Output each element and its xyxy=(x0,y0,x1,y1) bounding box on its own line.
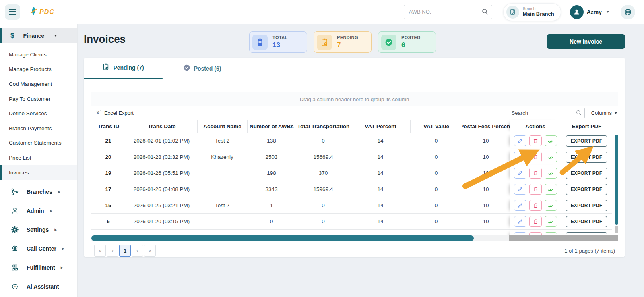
sidebar-item-fulfillment[interactable]: Fulfillment ▸ xyxy=(0,258,77,277)
pager-buttons: « ‹ 1 › » xyxy=(94,245,156,257)
export-pdf-button[interactable]: EXPORT PDF xyxy=(566,168,607,179)
cell-postal-fees-percent: 10 xyxy=(462,181,510,197)
delete-button[interactable] xyxy=(529,135,542,146)
sidebar-item-admin[interactable]: Admin ▸ xyxy=(0,201,77,220)
cell-number-of-awbs: 138 xyxy=(247,133,296,149)
tab-pending[interactable]: Pending (7) xyxy=(84,58,163,79)
column-header-total-transportation[interactable]: Total Transportation xyxy=(296,120,351,133)
column-header-export-pdf[interactable]: Export PDF xyxy=(561,120,612,133)
excel-export-button[interactable]: X Excel Export xyxy=(95,110,134,116)
sidebar-item-branch-payments[interactable]: Branch Payments xyxy=(0,121,77,136)
edit-button[interactable] xyxy=(514,216,526,227)
sidebar-item-call-center[interactable]: Call Center ▸ xyxy=(0,239,77,258)
column-header-vat-value[interactable]: VAT Value xyxy=(410,120,462,133)
edit-button[interactable] xyxy=(514,200,526,211)
tab-posted[interactable]: Posted (6) xyxy=(163,58,242,79)
cell-number-of-awbs: 0 xyxy=(247,214,296,230)
edit-button[interactable] xyxy=(514,152,526,162)
vertical-scrollbar[interactable] xyxy=(615,134,618,235)
page-1-button[interactable]: 1 xyxy=(119,245,131,257)
sidebar-item-customer-statements[interactable]: Customer Statements xyxy=(0,136,77,151)
cell-trans-date: 2026-01-25 (03:21 PM) xyxy=(126,197,197,214)
sidebar-item-price-list[interactable]: Price List xyxy=(0,150,77,165)
delete-button[interactable] xyxy=(529,216,542,227)
approve-button[interactable] xyxy=(545,135,557,146)
table-row[interactable]: 21 2026-02-01 (01:02 PM) Test 2 138 0 14… xyxy=(91,133,618,149)
hamburger-menu-button[interactable] xyxy=(5,4,20,20)
column-header-number-of-awbs[interactable]: Number of AWBs xyxy=(247,120,296,133)
sidebar-item-manage-products[interactable]: Manage Products xyxy=(0,62,77,77)
horizontal-scrollbar-thumb[interactable] xyxy=(91,235,474,241)
approve-button[interactable] xyxy=(545,200,557,211)
export-pdf-button[interactable]: EXPORT PDF xyxy=(566,200,607,211)
new-invoice-button[interactable]: New Invoice xyxy=(547,34,625,49)
edit-button[interactable] xyxy=(514,184,526,195)
edit-button[interactable] xyxy=(514,168,526,179)
sidebar-item-invoices[interactable]: Invoices xyxy=(0,165,77,180)
delete-button[interactable] xyxy=(529,184,542,195)
delete-button[interactable] xyxy=(529,168,542,179)
approve-button[interactable] xyxy=(545,184,557,195)
table-row[interactable]: 15 2026-01-25 (03:21 PM) Test 2 1 0 14 0… xyxy=(91,197,618,214)
cell-vat-value: 0 xyxy=(410,197,462,214)
table-search-input[interactable] xyxy=(508,108,585,118)
approve-button[interactable] xyxy=(545,232,557,235)
last-page-button[interactable]: » xyxy=(144,245,156,257)
invoices-card: Pending (7) Posted (6) Drag a column hea… xyxy=(84,58,625,257)
logo-text: PDC xyxy=(39,8,54,16)
sidebar-item-branches[interactable]: Branches ▸ xyxy=(0,182,77,201)
approve-button[interactable] xyxy=(545,168,557,179)
sidebar-item-pay-to-customer[interactable]: Pay To Customer xyxy=(0,91,77,106)
export-pdf-button[interactable]: EXPORT PDF xyxy=(566,184,607,195)
language-globe-button[interactable] xyxy=(621,5,635,19)
approve-button[interactable] xyxy=(545,152,557,162)
stat-card-total[interactable]: TOTAL 13 xyxy=(249,31,307,53)
column-header-account-name[interactable]: Account Name xyxy=(197,120,247,133)
edit-button[interactable] xyxy=(514,135,526,146)
export-pdf-button[interactable]: EXPORT PDF xyxy=(566,152,607,163)
column-header-actions[interactable]: Actions xyxy=(510,120,561,133)
table-row[interactable]: 20 2026-01-28 (02:32 PM) Khazenly 2503 1… xyxy=(91,149,618,165)
export-pdf-button[interactable]: EXPORT PDF xyxy=(566,232,607,235)
sidebar-item-ai-assistant[interactable]: AI Ai Assistant xyxy=(0,277,77,296)
edit-button[interactable] xyxy=(514,232,526,235)
column-header-postal-fees-percent[interactable]: Postal Fees Percent xyxy=(462,120,510,133)
next-page-button[interactable]: › xyxy=(132,245,143,257)
column-header-trans-date[interactable]: Trans Date xyxy=(126,120,197,133)
first-page-button[interactable]: « xyxy=(94,245,106,257)
cell-actions xyxy=(510,165,561,181)
vertical-scrollbar-thumb[interactable] xyxy=(615,135,618,225)
building-icon xyxy=(506,6,519,19)
sidebar-item-manage-clients[interactable]: Manage Clients xyxy=(0,47,77,62)
sidebar-item-define-services[interactable]: Define Services xyxy=(0,106,77,121)
cell-total-transportation: 370 xyxy=(296,165,351,181)
sidebar-item-settings[interactable]: Settings ▸ xyxy=(0,220,77,239)
delete-button[interactable] xyxy=(529,152,542,162)
topbar-right: Branch Main Branch Azmy xyxy=(404,3,644,21)
delete-button[interactable] xyxy=(529,232,542,235)
approve-button[interactable] xyxy=(545,216,557,227)
group-drop-zone[interactable]: Drag a column header here to group its c… xyxy=(91,92,618,106)
user-menu[interactable]: Azmy xyxy=(570,5,609,19)
table-row[interactable]: 19 2026-01-26 (05:51 PM) 198 370 14 0 10… xyxy=(91,165,618,181)
columns-chooser-button[interactable]: Columns xyxy=(591,110,617,116)
stat-card-pending[interactable]: PENDING 7 xyxy=(314,31,372,53)
prev-page-button[interactable]: ‹ xyxy=(107,245,118,257)
export-pdf-button[interactable]: EXPORT PDF xyxy=(566,135,607,147)
awb-search-input[interactable] xyxy=(404,5,492,19)
app-logo: PDC xyxy=(30,6,54,18)
horizontal-scrollbar[interactable] xyxy=(91,235,618,241)
column-header-trans-id[interactable]: Trans ID xyxy=(91,120,126,133)
cell-export-pdf: EXPORT PDF xyxy=(561,133,612,149)
column-header-vat-percent[interactable]: VAT Percent xyxy=(351,120,410,133)
cell-export-pdf: EXPORT PDF xyxy=(561,197,612,214)
sidebar-item-finance[interactable]: $ Finance xyxy=(0,28,77,43)
export-pdf-button[interactable]: EXPORT PDF xyxy=(566,216,607,227)
chevron-right-icon: ▸ xyxy=(50,208,53,213)
sidebar-item-cod-management[interactable]: Cod Management xyxy=(0,77,77,91)
delete-button[interactable] xyxy=(529,200,542,211)
stat-card-posted[interactable]: POSTED 6 xyxy=(378,31,436,53)
branch-selector[interactable]: Branch Main Branch xyxy=(503,3,561,21)
table-row[interactable]: 17 2026-01-26 (04:08 PM) 3343 15969.4 14… xyxy=(91,181,618,197)
table-row[interactable]: 5 2026-01-20 (03:15 PM) 0 0 14 0 10 EXPO… xyxy=(91,214,618,230)
